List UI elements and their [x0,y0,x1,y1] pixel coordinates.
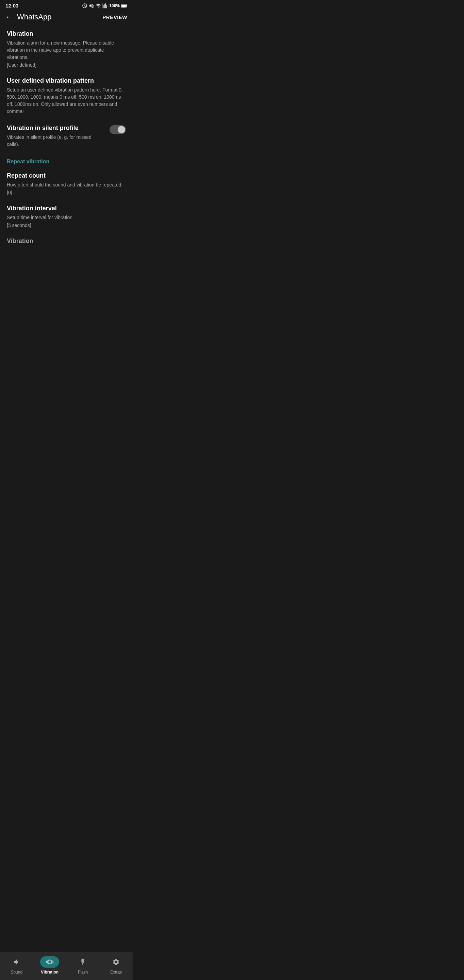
repeat-count-desc: How often should the sound and vibration… [7,181,126,189]
battery-text: 100% [109,3,120,8]
vibration-interval-value: [5 seconds] [7,223,126,228]
vibration-partial-title: Vibration [7,237,126,245]
repeat-count-section[interactable]: Repeat count How often should the sound … [0,167,133,200]
battery-icon [121,4,127,8]
repeat-count-title: Repeat count [7,172,126,179]
status-icons: 100% [82,3,127,8]
vibration-silent-section[interactable]: Vibration in silent profile Vibrates in … [0,120,133,153]
svg-rect-1 [121,5,126,7]
vibration-silent-content: Vibration in silent profile Vibrates in … [7,124,104,148]
vibration-silent-toggle[interactable] [110,125,126,134]
vibration-value: [User defined] [7,62,126,68]
vibration-silent-title: Vibration in silent profile [7,124,104,132]
preview-button[interactable]: PREVIEW [102,14,127,20]
vibration-interval-title: Vibration interval [7,205,126,212]
repeat-vibration-header[interactable]: Repeat vibration [0,153,133,167]
back-button[interactable]: ← [5,13,13,21]
user-defined-desc: Setup an user defined vibration pattern … [7,86,126,115]
vibration-section[interactable]: Vibration Vibration alarm for a new mess… [0,25,133,73]
vibration-title: Vibration [7,30,126,37]
status-bar: 12:03 100% [0,0,133,10]
user-defined-section[interactable]: User defined vibration pattern Setup an … [0,73,133,120]
repeat-count-value: [0] [7,190,126,195]
mute-icon [89,3,94,8]
status-time: 12:03 [5,3,18,8]
alarm-icon [82,3,87,8]
user-defined-title: User defined vibration pattern [7,77,126,84]
toggle-knob [118,126,125,134]
vibration-partial-section: Vibration [0,233,133,251]
header: ← WhatsApp PREVIEW [0,10,133,25]
vibration-desc: Vibration alarm for a new message. Pleas… [7,40,126,61]
vibration-interval-section[interactable]: Vibration interval Setup time interval f… [0,200,133,233]
signal-icon [102,3,108,8]
vibration-silent-desc: Vibrates in silent profile (e. g. for mi… [7,134,104,148]
content-scroll: Vibration Vibration alarm for a new mess… [0,25,133,279]
app-title: WhatsApp [17,13,52,21]
header-left: ← WhatsApp [5,13,52,21]
vibration-interval-desc: Setup time interval for vibration [7,214,126,221]
wifi-icon [95,3,101,8]
